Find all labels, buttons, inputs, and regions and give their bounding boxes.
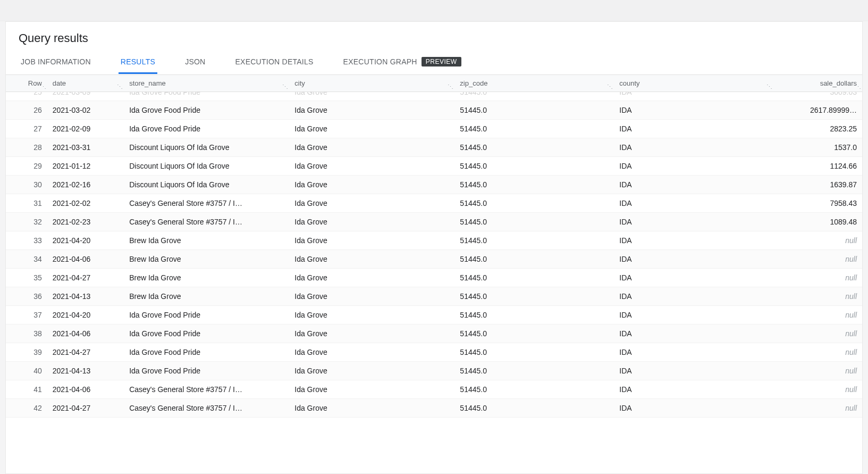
- cell-county: IDA: [614, 120, 773, 138]
- cell-zip_code: 51445.0: [454, 120, 614, 138]
- cell-date: 2021-04-13: [47, 362, 124, 380]
- table-row[interactable]: 322021-02-23Casey's General Store #3757 …: [6, 213, 862, 231]
- column-header-label: store_name: [129, 79, 166, 87]
- column-resize-icon[interactable]: ⋰: [282, 84, 288, 90]
- null-value: null: [845, 273, 857, 282]
- cell-sale_dollars: null: [773, 380, 862, 399]
- column-header-county[interactable]: county⋰: [614, 75, 773, 92]
- cell-county: IDA: [614, 157, 773, 176]
- cell-sale_dollars: null: [773, 343, 862, 362]
- cell-date: 2021-02-09: [47, 120, 124, 138]
- cell-date: 2021-01-12: [47, 157, 124, 176]
- table-row[interactable]: 302021-02-16Discount Liquors Of Ida Grov…: [6, 176, 862, 194]
- tab-label: JSON: [185, 57, 205, 66]
- column-resize-icon[interactable]: ⋰: [766, 84, 772, 90]
- cell-store_name: Discount Liquors Of Ida Grove: [124, 176, 289, 194]
- null-value: null: [845, 236, 857, 245]
- cell-sale_dollars: 2617.89999…: [773, 101, 862, 120]
- column-header-zip_code[interactable]: zip_code⋰: [454, 75, 614, 92]
- table-row[interactable]: 342021-04-06Brew Ida GroveIda Grove51445…: [6, 250, 862, 269]
- cell-county: IDA: [614, 269, 773, 287]
- table-row[interactable]: 292021-01-12Discount Liquors Of Ida Grov…: [6, 157, 862, 176]
- cell-county: IDA: [614, 101, 773, 120]
- tab-exec-graph[interactable]: EXECUTION GRAPHPREVIEW: [341, 49, 464, 74]
- query-results-panel: Query results JOB INFORMATIONRESULTSJSON…: [5, 21, 863, 474]
- null-value: null: [845, 367, 857, 375]
- cell-row: 32: [6, 213, 47, 231]
- table-row[interactable]: 422021-04-27Casey's General Store #3757 …: [6, 399, 862, 418]
- cell-city: Ida Grove: [289, 101, 454, 120]
- cell-date: 2021-04-20: [47, 306, 124, 325]
- cell-sale_dollars: 1124.66: [773, 157, 862, 176]
- cell-zip_code: 51445.0: [454, 176, 614, 194]
- cell-row: 30: [6, 176, 47, 194]
- cell-date: 2021-04-06: [47, 325, 124, 343]
- table-row[interactable]: 312021-02-02Casey's General Store #3757 …: [6, 194, 862, 213]
- cell-county: IDA: [614, 231, 773, 250]
- cell-sale_dollars: null: [773, 399, 862, 418]
- cell-zip_code: 51445.0: [454, 231, 614, 250]
- tabs-bar: JOB INFORMATIONRESULTSJSONEXECUTION DETA…: [6, 49, 862, 75]
- cell-sale_dollars: null: [773, 250, 862, 269]
- cell-row: 33: [6, 231, 47, 250]
- cell-city: Ida Grove: [289, 157, 454, 176]
- column-resize-icon[interactable]: ⋰: [117, 84, 123, 90]
- table-row[interactable]: 332021-04-20Brew Ida GroveIda Grove51445…: [6, 231, 862, 250]
- cell-zip_code: 51445.0: [454, 343, 614, 362]
- cell-row: 34: [6, 250, 47, 269]
- cell-county: IDA: [614, 325, 773, 343]
- table-row[interactable]: 372021-04-20Ida Grove Food PrideIda Grov…: [6, 306, 862, 325]
- table-row[interactable]: 392021-04-27Ida Grove Food PrideIda Grov…: [6, 343, 862, 362]
- cell-date: 2021-04-27: [47, 399, 124, 418]
- cell-store_name: Ida Grove Food Pride: [124, 101, 289, 120]
- table-row[interactable]: 412021-04-06Casey's General Store #3757 …: [6, 380, 862, 399]
- cell-county: IDA: [614, 287, 773, 306]
- cell-store_name: Casey's General Store #3757 / I…: [124, 194, 289, 213]
- column-header-row[interactable]: Row⋰: [6, 75, 47, 92]
- column-resize-icon[interactable]: ⋰: [448, 84, 453, 90]
- cell-city: Ida Grove: [289, 325, 454, 343]
- column-header-date[interactable]: date⋰: [47, 75, 124, 92]
- table-row[interactable]: 402021-04-13Ida Grove Food PrideIda Grov…: [6, 362, 862, 380]
- column-header-store_name[interactable]: store_name⋰: [124, 75, 289, 92]
- cell-store_name: Brew Ida Grove: [124, 269, 289, 287]
- table-body: 252021-03-09Ida Grove Food PrideIda Grov…: [6, 92, 862, 418]
- tab-label: RESULTS: [121, 57, 155, 66]
- table-row[interactable]: 282021-03-31Discount Liquors Of Ida Grov…: [6, 138, 862, 157]
- cell-zip_code: 51445.0: [454, 250, 614, 269]
- table-row[interactable]: 382021-04-06Ida Grove Food PrideIda Grov…: [6, 325, 862, 343]
- results-table-scroll[interactable]: Row⋰date⋰store_name⋰city⋰zip_code⋰county…: [6, 75, 862, 473]
- cell-city: Ida Grove: [289, 194, 454, 213]
- cell-store_name: Ida Grove Food Pride: [124, 120, 289, 138]
- tab-job-info[interactable]: JOB INFORMATION: [19, 50, 93, 74]
- cell-zip_code: 51445.0: [454, 213, 614, 231]
- column-header-sale_dollars[interactable]: sale_dollars⋰: [773, 75, 862, 92]
- column-resize-icon[interactable]: ⋰: [607, 84, 613, 90]
- cell-sale_dollars: 1089.48: [773, 213, 862, 231]
- tab-results[interactable]: RESULTS: [119, 50, 157, 74]
- table-row[interactable]: 352021-04-27Brew Ida GroveIda Grove51445…: [6, 269, 862, 287]
- cell-row: 28: [6, 138, 47, 157]
- table-row[interactable]: 362021-04-13Brew Ida GroveIda Grove51445…: [6, 287, 862, 306]
- cell-zip_code: 51445.0: [454, 101, 614, 120]
- column-header-label: Row: [28, 79, 42, 87]
- cell-store_name: Casey's General Store #3757 / I…: [124, 399, 289, 418]
- column-header-city[interactable]: city⋰: [289, 75, 454, 92]
- tab-json[interactable]: JSON: [183, 50, 207, 74]
- cell-city: Ida Grove: [289, 343, 454, 362]
- cell-county: IDA: [614, 250, 773, 269]
- cell-row: 25: [6, 92, 47, 101]
- tab-exec-details[interactable]: EXECUTION DETAILS: [233, 50, 315, 74]
- cell-county: IDA: [614, 362, 773, 380]
- cell-city: Ida Grove: [289, 399, 454, 418]
- cell-zip_code: 51445.0: [454, 362, 614, 380]
- cell-store_name: Discount Liquors Of Ida Grove: [124, 157, 289, 176]
- cell-zip_code: 51445.0: [454, 157, 614, 176]
- table-row[interactable]: 272021-02-09Ida Grove Food PrideIda Grov…: [6, 120, 862, 138]
- null-value: null: [845, 385, 857, 394]
- cell-row: 26: [6, 101, 47, 120]
- table-row[interactable]: 262021-03-02Ida Grove Food PrideIda Grov…: [6, 101, 862, 120]
- cell-date: 2021-04-13: [47, 287, 124, 306]
- cell-row: 38: [6, 325, 47, 343]
- cell-sale_dollars: 3009.03: [773, 92, 862, 101]
